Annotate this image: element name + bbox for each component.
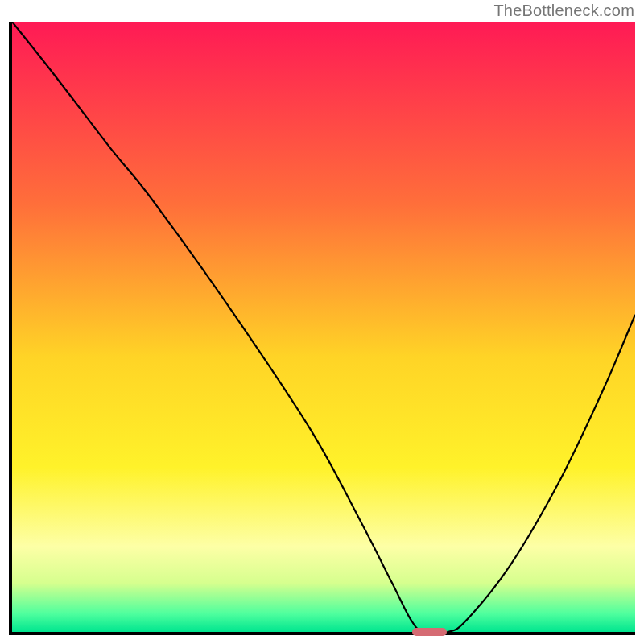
optimal-point-marker bbox=[412, 628, 447, 635]
watermark-text: TheBottleneck.com bbox=[493, 2, 634, 20]
svg-rect-0 bbox=[12, 22, 635, 632]
chart-plot-area bbox=[9, 22, 635, 635]
chart-background-gradient bbox=[12, 22, 635, 632]
